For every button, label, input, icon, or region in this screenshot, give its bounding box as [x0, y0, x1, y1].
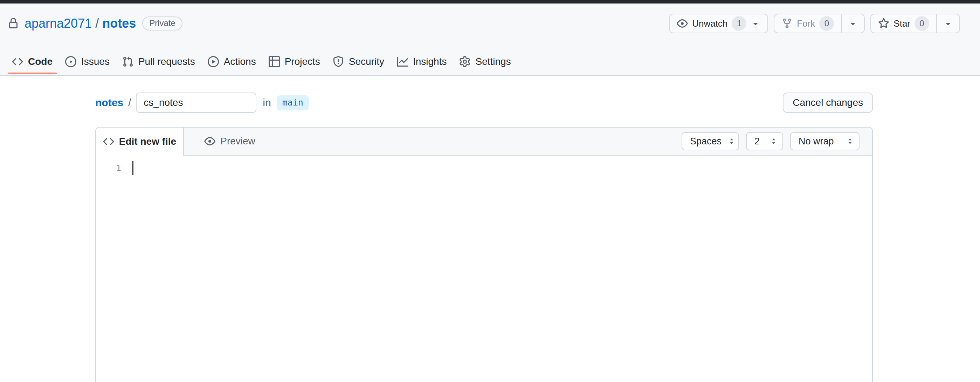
breadcrumb: notes / in main: [95, 92, 309, 113]
tab-actions-label: Actions: [224, 56, 256, 67]
active-tab-underline: [8, 73, 57, 74]
wrap-mode-value: No wrap: [799, 136, 834, 147]
code-icon: [12, 56, 23, 67]
unwatch-button[interactable]: Unwatch 1: [669, 14, 768, 33]
star-button-group: Star 0: [870, 14, 960, 33]
breadcrumb-repo-link[interactable]: notes: [95, 97, 123, 109]
text-cursor: [132, 161, 134, 175]
filename-input[interactable]: [136, 92, 256, 113]
indent-size-select[interactable]: 2: [746, 132, 783, 150]
wrap-mode-select[interactable]: No wrap: [790, 132, 859, 150]
star-label: Star: [894, 18, 910, 29]
fork-button[interactable]: Fork 0: [775, 14, 841, 33]
up-down-arrows-icon: [728, 137, 735, 145]
indent-mode-select[interactable]: Spaces: [682, 132, 739, 150]
star-count-badge: 0: [915, 16, 929, 31]
code-editor-area[interactable]: 1: [96, 156, 872, 381]
branch-badge: main: [277, 96, 309, 110]
tab-preview[interactable]: Preview: [184, 127, 276, 155]
repo-name-link[interactable]: notes: [102, 16, 136, 31]
up-down-arrows-icon: [770, 137, 778, 145]
play-icon: [208, 56, 219, 67]
line-number-gutter: 1: [96, 161, 121, 176]
eye-icon: [677, 18, 688, 29]
git-pull-request-icon: [122, 56, 134, 67]
issue-opened-icon: [65, 56, 76, 67]
tab-preview-label: Preview: [220, 135, 255, 147]
tab-pull-requests[interactable]: Pull requests: [116, 48, 201, 75]
indent-size-value: 2: [754, 136, 760, 147]
tab-issues[interactable]: Issues: [59, 48, 116, 75]
lock-icon: [8, 18, 19, 29]
line-number: 1: [116, 163, 121, 173]
editor-controls: Spaces 2 No wrap: [682, 127, 872, 155]
fork-button-group: Fork 0: [774, 14, 865, 33]
repo-actions: Unwatch 1 Fork 0: [669, 14, 960, 33]
tab-code-label: Code: [28, 56, 52, 67]
tab-actions[interactable]: Actions: [201, 48, 262, 75]
tab-edit-new-file-label: Edit new file: [119, 136, 176, 147]
watch-count-badge: 1: [732, 16, 746, 31]
repo-owner-link[interactable]: aparna2071: [24, 16, 92, 31]
eye-icon: [204, 135, 215, 147]
up-down-arrows-icon: [846, 137, 854, 145]
visibility-badge: Private: [142, 16, 183, 30]
tab-projects-label: Projects: [285, 56, 320, 67]
tab-insights-label: Insights: [413, 56, 447, 67]
triangle-down-icon: [848, 19, 858, 29]
repo-title-row: aparna2071 / notes Private Unwatch 1: [0, 13, 980, 34]
code-icon: [103, 136, 114, 147]
tab-projects[interactable]: Projects: [262, 48, 326, 75]
star-dropdown-button[interactable]: [936, 14, 959, 33]
fork-label: Fork: [797, 18, 815, 29]
fork-count-badge: 0: [819, 16, 834, 31]
graph-icon: [397, 56, 408, 67]
file-editor: Edit new file Preview Spaces 2: [95, 127, 873, 382]
repo-title-separator: /: [95, 16, 99, 31]
repo-title: aparna2071 / notes: [24, 16, 136, 31]
tab-settings[interactable]: Settings: [453, 48, 517, 75]
indent-mode-value: Spaces: [690, 136, 722, 147]
tab-edit-new-file[interactable]: Edit new file: [96, 127, 184, 156]
global-header-strip: [0, 0, 980, 3]
fork-dropdown-button[interactable]: [841, 14, 864, 33]
cancel-changes-button[interactable]: Cancel changes: [783, 92, 873, 113]
editor-toolbar: Edit new file Preview Spaces 2: [96, 127, 872, 156]
star-button[interactable]: Star 0: [871, 14, 936, 33]
tab-code[interactable]: Code: [6, 48, 59, 75]
file-header-row: notes / in main Cancel changes: [95, 92, 873, 113]
tab-settings-label: Settings: [475, 56, 511, 67]
repo-forked-icon: [781, 18, 792, 29]
repo-nav: Code Issues Pull requests Actions Pro: [0, 48, 980, 75]
main-content: notes / in main Cancel changes Edit new …: [0, 92, 980, 382]
table-icon: [269, 56, 280, 67]
triangle-down-icon: [943, 19, 953, 29]
shield-icon: [333, 56, 344, 67]
tab-security-label: Security: [349, 56, 384, 67]
triangle-down-icon: [751, 19, 760, 29]
repo-page-head: aparna2071 / notes Private Unwatch 1: [0, 3, 980, 76]
unwatch-label: Unwatch: [692, 18, 727, 29]
breadcrumb-separator: /: [128, 97, 131, 109]
tab-pull-requests-label: Pull requests: [138, 56, 195, 67]
gear-icon: [459, 56, 470, 67]
tab-security[interactable]: Security: [326, 48, 391, 75]
in-label: in: [262, 97, 271, 109]
tab-insights[interactable]: Insights: [391, 48, 453, 75]
star-icon: [878, 18, 889, 29]
tab-issues-label: Issues: [81, 56, 110, 67]
